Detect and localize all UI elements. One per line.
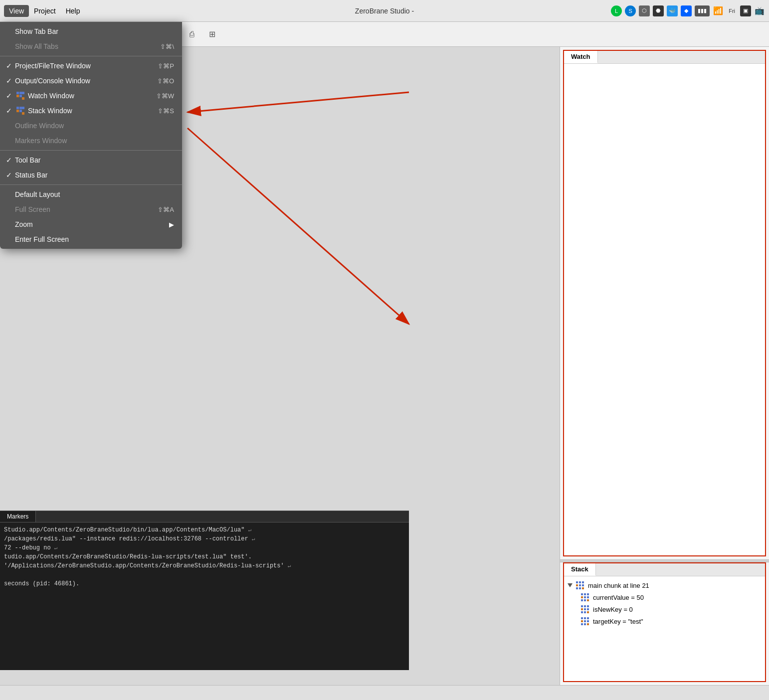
svg-rect-11: [587, 593, 589, 595]
menu-view[interactable]: View: [4, 5, 29, 17]
statusbar: [0, 685, 769, 700]
print-button[interactable]: ⎙: [183, 25, 201, 43]
label-watch-window: Watch Window: [28, 92, 74, 100]
svg-rect-14: [587, 596, 589, 598]
tray-icon-misc2: ⬣: [653, 5, 664, 16]
tray-icon-misc1: ⬡: [639, 5, 650, 16]
check-output-window: ✓: [6, 77, 15, 85]
svg-rect-30: [581, 620, 583, 622]
svg-rect-13: [584, 596, 586, 598]
svg-rect-20: [587, 605, 589, 607]
svg-rect-19: [584, 605, 586, 607]
menu-item-markers-window[interactable]: Markers Window: [0, 133, 182, 148]
stack-label-target-key: targetKey = "test": [593, 618, 643, 625]
tray-icon-docker: 🐳: [667, 5, 678, 16]
svg-rect-8: [582, 587, 584, 589]
tray-icon-wifi: 📶: [713, 5, 724, 16]
label-show-all-tabs: Show All Tabs: [15, 42, 58, 50]
stack-content: main chunk at line 21: [564, 576, 765, 681]
svg-rect-36: [16, 92, 19, 94]
svg-rect-29: [587, 617, 589, 619]
watch-tab-bar: Watch: [564, 51, 765, 64]
menu-item-enter-full-screen[interactable]: Enter Full Screen: [0, 232, 182, 247]
menu-item-full-screen[interactable]: Full Screen ⇧⌘A: [0, 202, 182, 217]
svg-rect-46: [19, 110, 22, 112]
check-status-bar: ✓: [6, 171, 15, 179]
menubar: View Project Help ZeroBrane Studio - L S…: [0, 0, 769, 22]
tab-markers[interactable]: Markers: [0, 511, 36, 522]
svg-rect-26: [587, 611, 589, 613]
svg-rect-41: [22, 97, 24, 100]
svg-rect-25: [584, 611, 586, 613]
console-line-6: [4, 570, 405, 579]
stack-row-target-key[interactable]: targetKey = "test": [566, 615, 763, 627]
svg-rect-23: [587, 608, 589, 610]
svg-rect-2: [582, 581, 584, 583]
watch-window-icon: [15, 92, 26, 100]
menu-item-zoom[interactable]: Zoom ▶: [0, 217, 182, 232]
stack-label-current-value: currentValue = 50: [593, 594, 644, 601]
watch-content: [564, 64, 765, 555]
stack-item-icon-is-new-key: [580, 604, 590, 614]
shortcut-output-window: ⇧⌘O: [157, 77, 174, 85]
stack-window-icon: [15, 107, 26, 115]
label-stack-window: Stack Window: [28, 107, 72, 115]
svg-rect-45: [16, 110, 19, 112]
label-default-layout: Default Layout: [15, 190, 60, 198]
menu-item-output-window[interactable]: ✓ Output/Console Window ⇧⌘O: [0, 73, 182, 88]
menu-item-tool-bar[interactable]: ✓ Tool Bar: [0, 153, 182, 168]
label-enter-full-screen: Enter Full Screen: [15, 235, 69, 243]
svg-rect-32: [587, 620, 589, 622]
menu-item-show-all-tabs[interactable]: Show All Tabs ⇧⌘\: [0, 39, 182, 54]
menu-item-show-tab-bar[interactable]: Show Tab Bar: [0, 24, 182, 39]
bottom-area: Markers Studio.app/Contents/ZeroBraneStu…: [0, 511, 409, 670]
build-button[interactable]: ⊞: [203, 25, 221, 43]
console-line-4: tudio.app/Contents/ZeroBraneStudio/Redis…: [4, 552, 405, 561]
menu-item-stack-window[interactable]: ✓ Stack Window ⇧⌘S: [0, 103, 182, 118]
svg-rect-22: [584, 608, 586, 610]
stack-tab[interactable]: Stack: [564, 563, 596, 576]
label-tool-bar: Tool Bar: [15, 156, 40, 164]
menu-item-watch-window[interactable]: ✓ Watch Window ⇧⌘W: [0, 88, 182, 103]
svg-rect-15: [581, 599, 583, 601]
stack-row-current-value[interactable]: currentValue = 50: [566, 591, 763, 603]
svg-rect-7: [579, 587, 581, 589]
label-outline-window: Outline Window: [15, 122, 64, 130]
svg-rect-35: [587, 623, 589, 625]
label-show-tab-bar: Show Tab Bar: [15, 27, 58, 35]
view-menu-dropdown: Show Tab Bar Show All Tabs ⇧⌘\ ✓ Project…: [0, 22, 182, 249]
label-project-window: Project/FileTree Window: [15, 62, 91, 70]
stack-row-is-new-key[interactable]: isNewKey = 0: [566, 603, 763, 615]
check-project-window: ✓: [6, 62, 15, 70]
svg-rect-44: [22, 107, 24, 109]
menu-help[interactable]: Help: [61, 5, 85, 17]
menu-project[interactable]: Project: [29, 5, 61, 17]
svg-rect-34: [584, 623, 586, 625]
stack-item-icon-current-value: [580, 592, 590, 602]
menu-item-project-window[interactable]: ✓ Project/FileTree Window ⇧⌘P: [0, 58, 182, 73]
svg-rect-12: [581, 596, 583, 598]
console-line-7: seconds (pid: 46861).: [4, 579, 405, 588]
watch-panel: Watch: [563, 50, 766, 556]
svg-rect-43: [19, 107, 22, 109]
console-line-3: 72 --debug no ↵: [4, 543, 405, 552]
tray-icon-dropbox: ◆: [681, 5, 692, 16]
tray-icon-time: Fri: [727, 5, 737, 16]
menu-divider-1: [0, 56, 182, 56]
right-panel: Watch Stack: [560, 47, 769, 685]
label-zoom: Zoom: [15, 220, 33, 228]
check-tool-bar: ✓: [6, 156, 15, 164]
menu-item-status-bar[interactable]: ✓ Status Bar: [0, 168, 182, 182]
check-stack-window: ✓: [6, 107, 15, 115]
label-markers-window: Markers Window: [15, 137, 67, 145]
svg-rect-38: [22, 92, 24, 94]
zoom-submenu-arrow: ▶: [169, 221, 174, 228]
stack-row-main-chunk[interactable]: main chunk at line 21: [566, 579, 763, 591]
menu-divider-2: [0, 150, 182, 151]
tray-icon-battery: ▮▮▮: [695, 5, 710, 16]
menu-item-outline-window[interactable]: Outline Window: [0, 118, 182, 133]
svg-rect-28: [584, 617, 586, 619]
shortcut-project-window: ⇧⌘P: [158, 62, 174, 70]
watch-tab[interactable]: Watch: [564, 51, 598, 63]
menu-item-default-layout[interactable]: Default Layout: [0, 187, 182, 202]
